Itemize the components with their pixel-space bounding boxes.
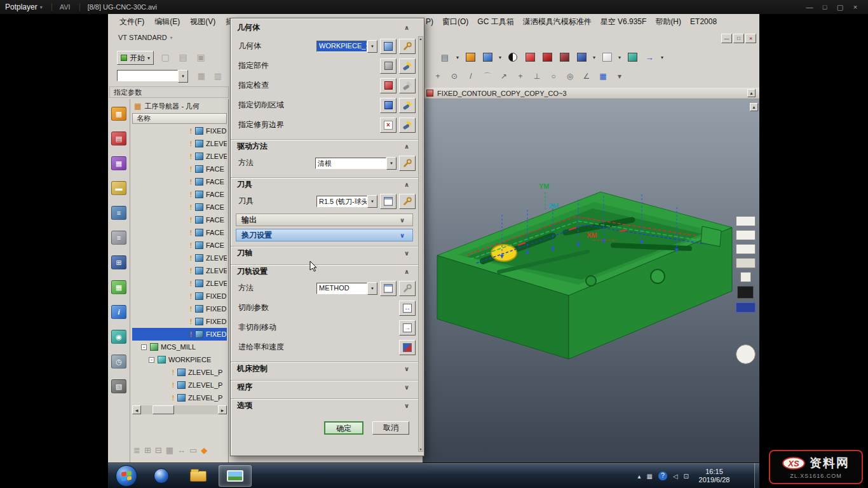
navigator-tool-icon[interactable]: ↔: [177, 445, 186, 455]
toolbar-icon[interactable]: ▤: [437, 50, 452, 64]
navigator-tool-icon[interactable]: ≣: [133, 445, 140, 455]
tree-row[interactable]: ! FIXED: [132, 315, 227, 328]
method-sheet-button[interactable]: [380, 281, 397, 296]
menu-item[interactable]: 视图(V): [190, 17, 215, 27]
toolbar-icon[interactable]: ▾: [659, 50, 665, 64]
scroll-right-icon[interactable]: ▶: [218, 405, 227, 414]
tray-icon[interactable]: ⊡: [684, 473, 689, 480]
tree-row[interactable]: ! FACE: [132, 226, 227, 239]
cutting-params-button[interactable]: ↔: [399, 301, 416, 316]
navigator-tool-icon[interactable]: ▭: [189, 445, 197, 455]
feeds-button[interactable]: [399, 340, 416, 355]
combo-arrow-icon[interactable]: ▼: [178, 70, 188, 83]
tool-axis-section[interactable]: 刀轴 ∨: [231, 246, 418, 260]
menu-item[interactable]: 帮助(H): [655, 17, 681, 27]
taskbar-app-nx[interactable]: [145, 465, 178, 487]
side-tool-button[interactable]: [736, 344, 756, 364]
navigator-tool-icon[interactable]: ⊟: [155, 445, 162, 455]
start-menu-button[interactable]: 开始 ▾: [117, 51, 154, 65]
resource-bar-icon[interactable]: ▦: [111, 107, 126, 121]
collapse-section-icon[interactable]: ∧: [402, 143, 412, 150]
tree-row[interactable]: ! ZLEVEL: [132, 150, 227, 163]
options-section[interactable]: 选项 ∨: [231, 398, 418, 412]
snap-icon[interactable]: ↗: [497, 70, 511, 83]
navigator-tool-icon[interactable]: ◆: [201, 445, 207, 455]
name-column-header[interactable]: 名称: [132, 113, 227, 124]
taskbar-app-viewer[interactable]: [219, 465, 252, 487]
navigator-tool-icon[interactable]: ⊞: [144, 445, 151, 455]
tree-row[interactable]: ! ZLEVEL: [132, 277, 227, 290]
tree-row[interactable]: ! FACE: [132, 188, 227, 201]
toolbar-icon[interactable]: [522, 50, 538, 64]
path-settings-section[interactable]: 刀轨设置 ∧: [231, 264, 418, 278]
combo-arrow-icon[interactable]: ▼: [367, 195, 377, 208]
expand-section-icon[interactable]: ∨: [397, 232, 407, 239]
tree-row[interactable]: ! ZLEVEL_P: [132, 366, 227, 379]
scroll-left-icon[interactable]: ◀: [132, 405, 141, 414]
tree-row[interactable]: ! FACE: [132, 163, 227, 175]
toolbar-icon[interactable]: ▾: [616, 50, 623, 64]
side-tool-button[interactable]: [737, 286, 754, 299]
restore-button[interactable]: □: [733, 34, 744, 43]
resource-bar-icon[interactable]: ▬: [111, 181, 126, 195]
snap-icon[interactable]: ⊙: [447, 70, 461, 83]
scroll-up-icon[interactable]: ▲: [419, 37, 423, 41]
window-control-button[interactable]: □: [817, 3, 832, 11]
side-tool-button[interactable]: [736, 258, 756, 268]
new-file-icon[interactable]: ▢: [159, 51, 172, 64]
close-button[interactable]: ×: [745, 34, 756, 43]
save-file-icon[interactable]: ▣: [194, 51, 207, 64]
menu-item[interactable]: 潇洒模具汽模标准件: [523, 17, 592, 27]
snap-icon[interactable]: ▦: [596, 70, 610, 83]
snap-icon[interactable]: /: [464, 70, 478, 83]
collapse-panel-icon[interactable]: ▲: [747, 89, 756, 97]
snap-icon[interactable]: ○: [546, 70, 560, 83]
edit-method-button[interactable]: [399, 281, 416, 296]
menu-item[interactable]: P): [426, 17, 433, 26]
tree-row[interactable]: ! ZLEVEL: [132, 252, 227, 264]
side-tool-button[interactable]: [736, 244, 756, 254]
snap-icon[interactable]: ⊥: [530, 70, 544, 83]
window-control-button[interactable]: ×: [848, 3, 863, 11]
resource-bar-icon[interactable]: ▦: [111, 280, 126, 294]
ok-button[interactable]: 确定: [324, 421, 363, 435]
resource-bar-icon[interactable]: ≡: [111, 231, 126, 245]
toolbar-icon[interactable]: [557, 50, 572, 64]
menu-item[interactable]: ET2008: [690, 17, 717, 26]
window-control-button[interactable]: —: [802, 3, 817, 11]
collapse-section-icon[interactable]: ∧: [402, 181, 412, 188]
toolbar-icon[interactable]: [539, 50, 555, 64]
expand-section-icon[interactable]: ∨: [397, 217, 407, 224]
tray-icon[interactable]: ?: [658, 471, 667, 480]
edit-geometry-button[interactable]: [399, 39, 416, 54]
toolbar-icon[interactable]: [599, 50, 614, 64]
combo-arrow-icon[interactable]: ▼: [386, 157, 397, 170]
toolbar-preset[interactable]: VT STANDARD ▾: [118, 34, 173, 41]
combo-field[interactable]: [117, 70, 178, 81]
menu-item[interactable]: 文件(F): [119, 17, 144, 27]
non-cutting-button[interactable]: →: [399, 320, 416, 336]
toolbar-icon[interactable]: ▾: [454, 50, 461, 64]
select-mode-icon[interactable]: ▥: [212, 70, 224, 81]
dialog-scrollbar[interactable]: ▲ ▼: [418, 36, 423, 452]
side-tool-button[interactable]: [740, 272, 751, 282]
resource-bar-icon[interactable]: ◷: [111, 355, 126, 369]
resource-bar-icon[interactable]: ≡: [111, 206, 126, 220]
collapse-section-icon[interactable]: ∧: [402, 24, 412, 31]
expand-toggle[interactable]: -: [141, 344, 147, 350]
minimize-button[interactable]: —: [721, 34, 732, 43]
snap-icon[interactable]: ∠: [580, 70, 593, 83]
select-check-button[interactable]: [380, 78, 397, 93]
tree-row[interactable]: ! ZLEVEL_P: [132, 391, 227, 404]
display-cut-area-button[interactable]: [399, 98, 416, 113]
tree-row[interactable]: - ! MCS_MILL: [132, 341, 227, 353]
select-trim-button[interactable]: ×: [380, 118, 397, 133]
menu-item[interactable]: 编辑(E): [154, 17, 180, 27]
expand-section-icon[interactable]: ∨: [402, 384, 412, 391]
scroll-track[interactable]: [141, 405, 218, 414]
select-filter-icon[interactable]: ▦: [196, 70, 207, 81]
collapse-section-icon[interactable]: ∧: [402, 268, 412, 275]
display-check-button[interactable]: [399, 78, 416, 93]
tree-row[interactable]: - ! WORKPIECE: [132, 353, 227, 366]
tree-row[interactable]: ! FIXED: [132, 328, 227, 341]
